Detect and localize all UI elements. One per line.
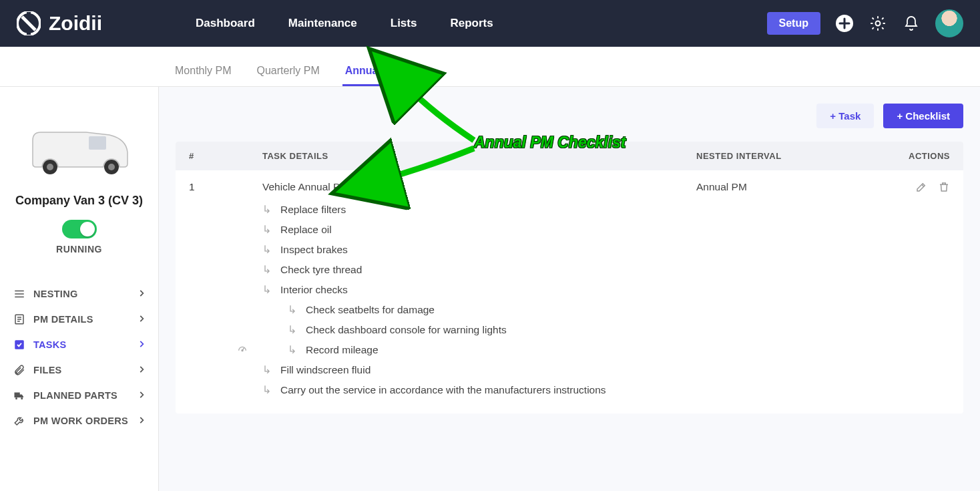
list-item: ↳Check seatbelts for damage — [262, 300, 950, 320]
subdir-arrow-icon: ↳ — [288, 324, 296, 336]
status-toggle[interactable] — [62, 220, 97, 238]
col-actions: ACTIONS — [843, 151, 950, 161]
tasks-table: # TASK DETAILS NESTED INTERVAL ACTIONS 1… — [176, 142, 963, 414]
avatar[interactable] — [935, 9, 963, 37]
list-item: ↳Replace oil — [262, 220, 950, 240]
gear-icon[interactable] — [869, 14, 887, 33]
sidebar-item-pm-work-orders[interactable]: PM WORK ORDERS — [0, 408, 158, 434]
status-text: RUNNING — [0, 244, 158, 255]
nav-maintenance[interactable]: Maintenance — [288, 17, 357, 30]
sidebar: Company Van 3 (CV 3) RUNNING NESTING PM … — [0, 87, 159, 491]
sidebar-item-nesting[interactable]: NESTING — [0, 281, 158, 307]
chevron-right-icon — [137, 339, 146, 351]
svg-point-2 — [876, 21, 881, 26]
subtasks: ↳Replace filters ↳Replace oil ↳Inspect b… — [176, 200, 963, 414]
sidebar-item-label: TASKS — [33, 339, 67, 350]
subdir-arrow-icon: ↳ — [262, 384, 271, 396]
subdir-arrow-icon: ↳ — [288, 344, 296, 356]
list-item: ↳Replace filters — [262, 200, 950, 220]
tasks-icon — [12, 339, 27, 351]
side-menu: NESTING PM DETAILS TASKS FILES PLANNED P — [0, 281, 158, 434]
tab-monthly-pm[interactable]: Monthly PM — [172, 58, 234, 86]
paperclip-icon — [12, 364, 27, 376]
list-item: ↳Fill windscreen fluid — [262, 360, 950, 380]
sidebar-item-files[interactable]: FILES — [0, 357, 158, 383]
svg-point-13 — [242, 350, 243, 351]
tab-annual-pm[interactable]: Annual PM — [342, 58, 403, 86]
list-item: ↳Inspect brakes — [262, 240, 950, 260]
subdir-arrow-icon: ↳ — [262, 264, 271, 276]
subdir-arrow-icon: ↳ — [262, 244, 271, 256]
asset-image — [19, 107, 140, 187]
add-task-button[interactable]: + Task — [816, 104, 874, 128]
col-interval: NESTED INTERVAL — [696, 151, 843, 161]
tab-quarterly-pm[interactable]: Quarterly PM — [254, 58, 322, 86]
nav-links: Dashboard Maintenance Lists Reports — [196, 17, 493, 30]
row-title: Vehicle Annual PM — [262, 181, 696, 193]
row-actions — [843, 181, 950, 193]
nav-reports[interactable]: Reports — [450, 17, 493, 30]
svg-point-11 — [15, 397, 17, 399]
list-item: ↳Carry out the service in accordance wit… — [262, 380, 950, 400]
subdir-arrow-icon: ↳ — [262, 224, 271, 236]
svg-point-8 — [108, 164, 115, 170]
subdir-arrow-icon: ↳ — [288, 304, 296, 316]
chevron-right-icon — [137, 416, 146, 427]
add-checklist-button[interactable]: + Checklist — [883, 104, 963, 128]
sidebar-item-pm-details[interactable]: PM DETAILS — [0, 307, 158, 332]
chevron-right-icon — [137, 365, 146, 376]
bell-icon[interactable] — [902, 14, 921, 33]
sidebar-item-label: PM WORK ORDERS — [33, 416, 128, 426]
list-item: ↳Check tyre thread — [262, 260, 950, 280]
nav-right: Setup — [767, 9, 963, 37]
sidebar-item-tasks[interactable]: TASKS — [0, 332, 158, 357]
sidebar-item-label: NESTING — [33, 289, 78, 299]
top-nav: Zoidii Dashboard Maintenance Lists Repor… — [0, 0, 980, 47]
sidebar-item-planned-parts[interactable]: PLANNED PARTS — [0, 383, 158, 408]
row-num: 1 — [189, 181, 262, 193]
row-interval: Annual PM — [696, 181, 843, 193]
setup-button[interactable]: Setup — [767, 12, 820, 35]
svg-point-12 — [21, 397, 23, 399]
annotation-text: Annual PM Checklist — [474, 134, 626, 152]
nesting-icon — [12, 288, 27, 300]
gauge-icon — [237, 343, 248, 357]
sidebar-item-label: PLANNED PARTS — [33, 390, 117, 401]
list-item: ↳Record mileage — [262, 340, 950, 360]
subdir-arrow-icon: ↳ — [262, 364, 271, 376]
wrench-icon — [12, 415, 27, 427]
nav-lists[interactable]: Lists — [391, 17, 417, 30]
asset-name: Company Van 3 (CV 3) — [0, 194, 158, 208]
details-icon — [12, 313, 27, 325]
list-item: ↳Check dashboard console for warning lig… — [262, 320, 950, 340]
trash-icon[interactable] — [938, 181, 950, 193]
subdir-arrow-icon: ↳ — [262, 204, 271, 216]
svg-rect-4 — [89, 136, 106, 150]
chevron-right-icon — [137, 289, 146, 300]
pm-tabs: Monthly PM Quarterly PM Annual PM — [0, 47, 980, 87]
col-details: TASK DETAILS — [262, 151, 696, 161]
subdir-arrow-icon: ↳ — [262, 284, 271, 296]
chevron-right-icon — [137, 314, 146, 325]
svg-point-6 — [47, 164, 53, 170]
col-num: # — [189, 151, 262, 161]
edit-icon[interactable] — [915, 181, 927, 193]
list-item: ↳Interior checks — [262, 280, 950, 300]
add-icon[interactable] — [835, 14, 854, 33]
sidebar-item-label: PM DETAILS — [33, 314, 93, 325]
truck-icon — [12, 389, 27, 401]
nav-dashboard[interactable]: Dashboard — [196, 17, 255, 30]
sidebar-item-label: FILES — [33, 365, 62, 375]
logo-mark-icon — [17, 11, 41, 35]
logo[interactable]: Zoidii — [17, 11, 102, 35]
table-row: 1 Vehicle Annual PM Annual PM — [176, 170, 963, 200]
chevron-right-icon — [137, 390, 146, 401]
brand-text: Zoidii — [49, 12, 102, 35]
